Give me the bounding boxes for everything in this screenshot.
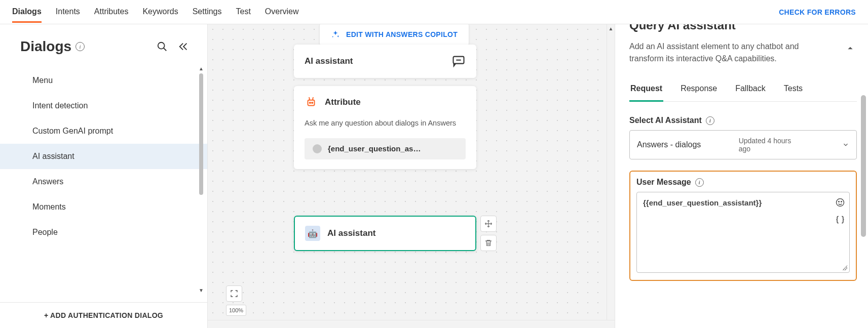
resize-handle[interactable] bbox=[842, 265, 847, 270]
attribute-icon bbox=[305, 96, 318, 109]
braces-icon[interactable] bbox=[835, 215, 845, 225]
zoom-fit-button[interactable] bbox=[226, 285, 242, 302]
zoom-level[interactable]: 100% bbox=[226, 305, 246, 316]
node-ai-assistant-selected[interactable]: 🤖 AI assistant bbox=[294, 216, 476, 251]
sidebar-header: Dialogs i bbox=[0, 24, 207, 64]
canvas[interactable]: EDIT WITH ANSWERS COPILOT AI assistant A… bbox=[208, 24, 615, 328]
emoji-icon[interactable] bbox=[835, 197, 845, 208]
tab-attributes[interactable]: Attributes bbox=[94, 1, 129, 23]
chip-dot-icon bbox=[313, 144, 322, 153]
tab-overview[interactable]: Overview bbox=[265, 1, 299, 23]
right-panel: Query AI assistant Add an AI assistant e… bbox=[615, 24, 868, 328]
sidebar-item-intent-detection[interactable]: Intent detection bbox=[0, 93, 207, 118]
chip-text: {end_user_question_as… bbox=[328, 144, 421, 153]
sparkle-icon bbox=[331, 30, 340, 39]
svg-point-8 bbox=[839, 201, 840, 202]
sidebar-item-menu[interactable]: Menu bbox=[0, 68, 207, 93]
tab-intents[interactable]: Intents bbox=[56, 1, 80, 23]
top-tabs: Dialogs Intents Attributes Keywords Sett… bbox=[12, 1, 299, 23]
chevron-down-icon bbox=[842, 141, 849, 148]
select-value: Answers - dialogs bbox=[637, 140, 701, 149]
canvas-horizontal-scrollbar[interactable] bbox=[208, 320, 615, 328]
delete-node-button[interactable] bbox=[480, 235, 497, 251]
svg-rect-4 bbox=[308, 100, 315, 106]
tab-tests[interactable]: Tests bbox=[783, 80, 804, 102]
collapse-panel-icon[interactable] bbox=[847, 45, 854, 52]
edit-with-copilot-button[interactable]: EDIT WITH ANSWERS COPILOT bbox=[319, 24, 469, 46]
panel-description: Add an AI assistant element to any chatb… bbox=[629, 40, 832, 65]
attribute-chip[interactable]: {end_user_question_as… bbox=[305, 138, 466, 159]
scroll-up-icon[interactable]: ▲ bbox=[607, 24, 615, 32]
collapse-sidebar-icon[interactable] bbox=[178, 41, 189, 52]
node-attribute[interactable]: Attribute Ask me any question about dial… bbox=[294, 86, 476, 169]
scroll-up-icon[interactable]: ▲ bbox=[199, 66, 204, 71]
search-icon[interactable] bbox=[157, 41, 168, 52]
sidebar-footer: + ADD AUTHENTICATION DIALOG bbox=[0, 302, 207, 328]
sidebar-item-ai-assistant[interactable]: AI assistant bbox=[0, 144, 207, 169]
sidebar-scrollbar[interactable]: ▲ ▼ bbox=[195, 64, 207, 302]
node-title: Attribute bbox=[325, 97, 361, 107]
info-icon[interactable]: i bbox=[695, 178, 704, 187]
user-message-input[interactable]: {{end_user_question_assistant}} bbox=[636, 192, 850, 273]
check-errors-button[interactable]: CHECK FOR ERRORS bbox=[779, 8, 856, 16]
panel-scroll-thumb[interactable] bbox=[861, 95, 866, 237]
node-actions bbox=[480, 216, 497, 251]
svg-point-7 bbox=[837, 199, 844, 207]
svg-point-0 bbox=[158, 43, 165, 49]
node-ai-assistant-top[interactable]: AI assistant bbox=[294, 45, 476, 78]
add-auth-dialog-button[interactable]: + ADD AUTHENTICATION DIALOG bbox=[44, 311, 163, 319]
zoom-controls: 100% bbox=[226, 285, 246, 316]
tab-fallback[interactable]: Fallback bbox=[734, 80, 767, 102]
chat-bubble-icon bbox=[451, 54, 466, 68]
panel-tabs: Request Response Fallback Tests bbox=[629, 80, 857, 102]
move-node-button[interactable] bbox=[480, 216, 497, 232]
copilot-label: EDIT WITH ANSWERS COPILOT bbox=[346, 30, 458, 38]
select-meta: Updated 4 hours ago bbox=[739, 137, 805, 153]
info-icon[interactable]: i bbox=[76, 42, 85, 51]
user-message-block: User Message i {{end_user_question_assis… bbox=[629, 171, 857, 281]
sidebar-title: Dialogs bbox=[20, 38, 71, 55]
svg-line-1 bbox=[164, 48, 167, 51]
tab-settings[interactable]: Settings bbox=[193, 1, 222, 23]
sidebar-item-people[interactable]: People bbox=[0, 220, 207, 245]
user-message-value: {{end_user_question_assistant}} bbox=[643, 198, 829, 207]
top-nav: Dialogs Intents Attributes Keywords Sett… bbox=[0, 0, 868, 24]
node-title: AI assistant bbox=[327, 228, 375, 238]
sidebar: Dialogs i Menu Intent detection Custom G… bbox=[0, 24, 208, 328]
tab-response[interactable]: Response bbox=[680, 80, 718, 102]
sidebar-item-moments[interactable]: Moments bbox=[0, 194, 207, 220]
tab-dialogs[interactable]: Dialogs bbox=[12, 1, 42, 23]
scroll-thumb[interactable] bbox=[199, 73, 203, 195]
select-assistant-label: Select AI Assistant i bbox=[629, 116, 857, 125]
assistant-select[interactable]: Answers - dialogs Updated 4 hours ago bbox=[629, 130, 857, 159]
canvas-vertical-scrollbar[interactable]: ▲ ▼ bbox=[607, 24, 615, 328]
user-message-label: User Message i bbox=[636, 178, 850, 187]
svg-point-5 bbox=[310, 102, 311, 103]
node-title: AI assistant bbox=[305, 56, 353, 66]
svg-point-9 bbox=[841, 201, 842, 202]
node-description: Ask me any question about dialogs in Ans… bbox=[294, 118, 476, 129]
tab-request[interactable]: Request bbox=[629, 80, 663, 102]
scroll-down-icon[interactable]: ▼ bbox=[199, 288, 204, 293]
sidebar-item-answers[interactable]: Answers bbox=[0, 169, 207, 194]
info-icon[interactable]: i bbox=[706, 116, 714, 125]
sidebar-item-custom-genai-prompt[interactable]: Custom GenAI prompt bbox=[0, 118, 207, 144]
panel-title: Query AI assistant bbox=[629, 24, 857, 32]
tab-keywords[interactable]: Keywords bbox=[142, 1, 178, 23]
tab-test[interactable]: Test bbox=[236, 1, 250, 23]
sidebar-list: Menu Intent detection Custom GenAI promp… bbox=[0, 64, 207, 245]
ai-avatar-icon: 🤖 bbox=[305, 226, 320, 241]
svg-point-6 bbox=[312, 102, 313, 103]
